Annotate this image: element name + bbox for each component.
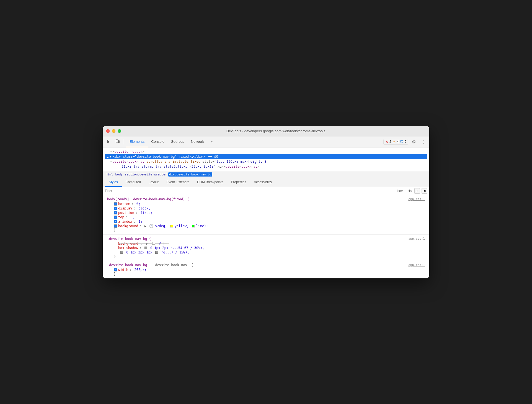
settings-icon[interactable]: ⚙ <box>410 138 418 146</box>
toggle-sidebar-button[interactable]: ◀ <box>422 188 427 194</box>
css-selector-3: .devsite-book-nav-bg , devsite-book-nav … <box>107 263 193 267</box>
css-selector-1: body[ready] .devsite-book-nav-bg[fixed] … <box>107 197 189 201</box>
add-rule-button[interactable]: + <box>414 188 420 194</box>
checkbox-zindex[interactable] <box>114 220 117 223</box>
shadow-swatch-1[interactable] <box>144 247 147 249</box>
svg-rect-0 <box>116 140 118 143</box>
checkbox-width[interactable] <box>114 268 117 271</box>
breadcrumb: html body section.devsite-wrapper div.de… <box>103 171 429 178</box>
tab-event-listeners[interactable]: Event Listeners <box>162 178 193 187</box>
devtools-toolbar: Elements Console Sources Network » ✕ 2 ⚠… <box>103 136 429 147</box>
css-prop-bottom: bottom : 0; <box>114 202 425 206</box>
titlebar: DevTools - developers.google.com/web/too… <box>103 126 429 136</box>
lime-swatch[interactable] <box>192 225 195 227</box>
tab-dom-breakpoints[interactable]: DOM Breakpoints <box>193 178 227 187</box>
breadcrumb-body[interactable]: body <box>115 172 124 177</box>
more-options-icon[interactable]: ⋮ <box>419 138 427 146</box>
window-title: DevTools - developers.google.com/web/too… <box>126 129 426 133</box>
filter-actions: :hov .cls + ◀ <box>395 188 427 194</box>
error-icon: ✕ <box>385 140 388 144</box>
shadow-swatch-3[interactable] <box>155 251 158 254</box>
tab-layout[interactable]: Layout <box>145 178 162 187</box>
css-prop-zindex: z-index : 1; <box>114 219 425 224</box>
css-link-1[interactable]: app.css:1 <box>408 197 425 201</box>
checkbox-position[interactable] <box>114 211 117 214</box>
gradient-angle-icon[interactable] <box>149 224 153 228</box>
checkbox-top[interactable] <box>114 216 117 219</box>
css-link-3[interactable]: app.css:1 <box>408 263 425 267</box>
css-rule-3: .devsite-book-nav-bg , devsite-book-nav … <box>103 261 429 278</box>
css-link-2[interactable]: app.css:1 <box>408 237 425 241</box>
dom-inspector: </devsite-header> … ▶ <div class="devsit… <box>103 147 429 171</box>
css-prop-top: top : 0; <box>114 215 425 219</box>
warning-icon: ⚠ <box>392 140 396 144</box>
tab-network[interactable]: Network <box>188 136 208 147</box>
tab-computed[interactable]: Computed <box>122 178 145 187</box>
css-prop-display: display : block; <box>114 206 425 211</box>
checkbox-background[interactable] <box>114 224 117 228</box>
cls-button[interactable]: .cls <box>406 188 413 193</box>
cursor-icon[interactable] <box>105 138 113 146</box>
panel-tabs: Styles Computed Layout Event Listeners D… <box>103 178 429 187</box>
maximize-button[interactable] <box>118 129 121 133</box>
hov-button[interactable]: :hov <box>395 188 404 193</box>
checkbox-bottom[interactable] <box>114 202 117 206</box>
css-prop-width: width : 268px; <box>114 268 425 272</box>
css-rule-2: .devsite-book-nav-bg { app.css:1 backgro… <box>103 235 429 261</box>
info-icon: 🗨 <box>400 140 403 144</box>
white-swatch[interactable] <box>152 242 155 245</box>
dom-row-selected[interactable]: … ▶ <div class="devsite-book-nav-bg" fix… <box>105 154 427 159</box>
dom-dollar: == $0 <box>208 155 218 159</box>
close-button[interactable] <box>106 129 110 133</box>
main-tabs: Elements Console Sources Network » <box>126 136 382 147</box>
filter-input[interactable] <box>105 189 393 193</box>
shadow-swatch-2[interactable] <box>120 251 123 254</box>
css-prop-position: position : fixed; <box>114 211 425 215</box>
tab-accessibility[interactable]: Accessibility <box>250 178 276 187</box>
svg-line-3 <box>151 225 152 226</box>
checkbox-bg-fff[interactable] <box>114 242 117 245</box>
tab-styles[interactable]: Styles <box>105 178 122 187</box>
devtools-window: DevTools - developers.google.com/web/too… <box>103 126 429 278</box>
svg-rect-1 <box>118 141 119 143</box>
minimize-button[interactable] <box>112 129 115 133</box>
tab-elements[interactable]: Elements <box>126 136 148 147</box>
traffic-lights <box>106 129 121 133</box>
filter-bar: :hov .cls + ◀ <box>103 187 429 195</box>
tab-properties[interactable]: Properties <box>227 178 250 187</box>
checkbox-display[interactable] <box>114 207 117 210</box>
css-prop-boxshadow2: 0 1px 3px 1px rg...7 / 15%); <box>120 250 425 255</box>
separator <box>124 139 124 144</box>
css-selector-2: .devsite-book-nav-bg { <box>107 237 151 241</box>
css-prop-bg-fff: background : ▶ #fff; <box>114 241 425 246</box>
css-rule-1: body[ready] .devsite-book-nav-bg[fixed] … <box>103 195 429 235</box>
tab-more[interactable]: » <box>207 136 216 147</box>
device-toolbar-icon[interactable] <box>114 138 122 146</box>
css-prop-boxshadow1: box-shadow : 0 1px 2px r...54 67 / 30%), <box>114 246 425 250</box>
styles-panel: body[ready] .devsite-book-nav-bg[fixed] … <box>103 195 429 278</box>
breadcrumb-section[interactable]: section.devsite-wrapper <box>124 172 168 177</box>
dom-row-4: 21px; transform: translate3d(0px, -39px,… <box>122 164 427 169</box>
tab-console[interactable]: Console <box>148 136 168 147</box>
error-badge[interactable]: ✕ 2 ⚠ 4 🗨 9 <box>383 139 408 145</box>
dom-row-3: <devsite-book-nav scrollbars animatable … <box>110 159 427 164</box>
tab-sources[interactable]: Sources <box>168 136 188 147</box>
breadcrumb-div[interactable]: div.devsite-book-nav-bg <box>168 172 212 177</box>
dom-row-1: </devsite-header> <box>110 149 427 154</box>
yellow-swatch[interactable] <box>170 225 173 227</box>
toolbar-right: ✕ 2 ⚠ 4 🗨 9 ⚙ ⋮ <box>383 138 427 146</box>
breadcrumb-html[interactable]: html <box>105 172 114 177</box>
css-prop-background: background : ▶ 52deg, yellow, lime); <box>114 224 425 228</box>
